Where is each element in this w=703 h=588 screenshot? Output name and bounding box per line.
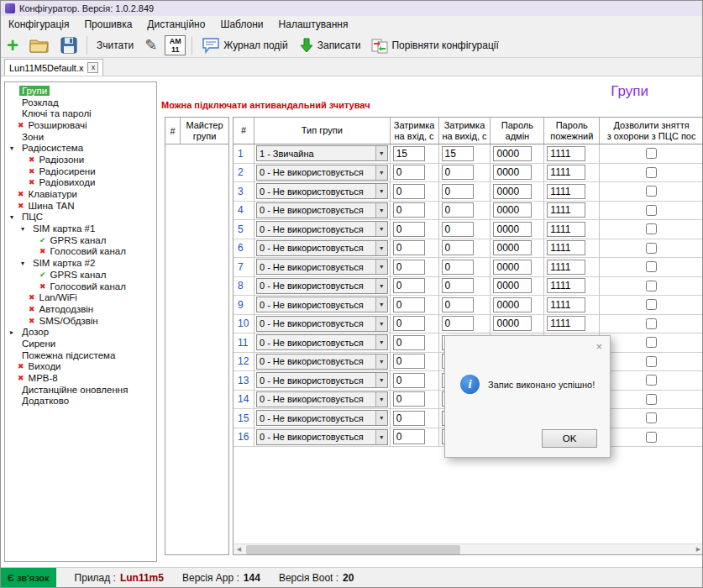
tree-item[interactable]: ▸ Дозор xyxy=(5,326,156,338)
tree-item[interactable]: ✔ GPRS канал xyxy=(5,269,156,281)
fire-password-input[interactable] xyxy=(547,165,585,180)
tree-item[interactable]: ✖ Lan/WiFi xyxy=(5,291,156,303)
fire-password-input[interactable] xyxy=(547,202,585,218)
menu-item[interactable]: Налаштування xyxy=(271,17,356,32)
menu-item[interactable]: Конфігурація xyxy=(1,17,76,32)
entry-delay-input[interactable] xyxy=(393,316,425,331)
admin-password-input[interactable] xyxy=(493,260,532,275)
exit-delay-input[interactable] xyxy=(442,165,474,180)
scroll-right-icon[interactable]: ▶ xyxy=(693,544,703,555)
disarm-pcs-checkbox[interactable] xyxy=(646,167,657,178)
group-type-select[interactable]: 0 - Не використовується ▾ xyxy=(256,354,388,370)
tab-close-icon[interactable]: x xyxy=(87,62,98,73)
entry-delay-input[interactable] xyxy=(393,146,425,161)
save-config-button[interactable] xyxy=(57,34,81,56)
entry-delay-input[interactable] xyxy=(393,297,425,312)
expander-icon[interactable]: ▾ xyxy=(21,225,29,233)
disarm-pcs-checkbox[interactable] xyxy=(646,186,657,197)
entry-delay-input[interactable] xyxy=(393,335,425,350)
exit-delay-input[interactable] xyxy=(442,240,474,255)
edit-button[interactable]: ✎ xyxy=(141,34,160,56)
menu-item[interactable]: Шаблони xyxy=(212,17,270,32)
disarm-pcs-checkbox[interactable] xyxy=(646,243,657,254)
exit-delay-input[interactable] xyxy=(442,278,474,293)
tree-item[interactable]: ✖ Голосовий канал xyxy=(5,246,156,258)
admin-password-input[interactable] xyxy=(493,316,532,331)
tree-item[interactable]: ▾ ПЦС xyxy=(5,212,156,223)
tree-item[interactable]: ✖ Виходи xyxy=(5,361,156,373)
exit-delay-input[interactable] xyxy=(442,260,474,275)
expander-icon[interactable]: ▸ xyxy=(10,328,18,336)
entry-delay-input[interactable] xyxy=(393,391,425,407)
fire-password-input[interactable] xyxy=(547,222,585,237)
event-log-button[interactable]: Журнал подій xyxy=(198,34,291,56)
group-type-select[interactable]: 0 - Не використовується ▾ xyxy=(256,259,388,275)
tree-item[interactable]: Ключі та паролі xyxy=(5,108,156,119)
tree-item[interactable]: ✖ Шина TAN xyxy=(5,200,156,212)
group-type-select[interactable]: 0 - Не використовується ▾ xyxy=(256,410,388,426)
entry-delay-input[interactable] xyxy=(393,278,425,293)
tree-item[interactable]: ✖ Радіосирени xyxy=(5,165,156,177)
tree-item[interactable]: ✖ Розширювачі xyxy=(5,119,156,131)
disarm-pcs-checkbox[interactable] xyxy=(646,148,657,159)
tree-item[interactable]: Групи xyxy=(5,85,156,97)
entry-delay-input[interactable] xyxy=(393,184,425,199)
admin-password-input[interactable] xyxy=(493,165,532,180)
disarm-pcs-checkbox[interactable] xyxy=(646,223,657,234)
tree-item[interactable]: ✔ GPRS канал xyxy=(5,234,156,246)
admin-password-input[interactable] xyxy=(493,202,532,218)
tree-item[interactable]: ✖ Автододзвін xyxy=(5,303,156,315)
tab-lun11m5default[interactable]: Lun11M5Default.x x xyxy=(4,59,103,76)
admin-password-input[interactable] xyxy=(493,146,532,161)
group-type-select[interactable]: 0 - Не використовується ▾ xyxy=(256,221,388,237)
tree-item[interactable]: ✖ Радіовиходи xyxy=(5,177,156,189)
tree-item[interactable]: Додатково xyxy=(5,396,156,407)
group-type-select[interactable]: 0 - Не використовується ▾ xyxy=(256,183,388,199)
tree-item[interactable]: ✖ МРВ-8 xyxy=(5,372,156,384)
entry-delay-input[interactable] xyxy=(393,202,425,218)
tree-item[interactable]: ▾ Радіосистема xyxy=(5,142,156,154)
fire-password-input[interactable] xyxy=(547,146,585,161)
admin-password-input[interactable] xyxy=(493,240,532,255)
scroll-left-icon[interactable]: ◀ xyxy=(233,544,244,555)
tree-item[interactable]: Розклад xyxy=(5,97,156,108)
admin-password-input[interactable] xyxy=(493,184,532,199)
expander-icon[interactable]: ▾ xyxy=(21,260,29,267)
group-type-select[interactable]: 0 - Не використовується ▾ xyxy=(256,202,388,218)
group-type-select[interactable]: 0 - Не використовується ▾ xyxy=(256,316,388,332)
entry-delay-input[interactable] xyxy=(393,429,425,444)
disarm-pcs-checkbox[interactable] xyxy=(646,337,657,348)
scrollbar-track[interactable] xyxy=(244,544,693,554)
tree-item[interactable]: ▾ SIM картка #2 xyxy=(5,257,156,269)
device-address-badge[interactable]: AM 11 xyxy=(165,35,186,55)
admin-password-input[interactable] xyxy=(493,297,532,312)
expander-icon[interactable]: ▾ xyxy=(10,213,18,221)
read-button[interactable]: Зчитати xyxy=(93,34,137,56)
write-button[interactable]: Записати xyxy=(296,34,365,56)
disarm-pcs-checkbox[interactable] xyxy=(646,375,657,386)
group-type-select[interactable]: 1 - Звичайна ▾ xyxy=(256,145,388,161)
scrollbar-thumb[interactable] xyxy=(246,545,460,554)
group-type-select[interactable]: 0 - Не використовується ▾ xyxy=(256,429,388,445)
exit-delay-input[interactable] xyxy=(442,316,474,331)
group-type-select[interactable]: 0 - Не використовується ▾ xyxy=(256,278,388,294)
group-type-select[interactable]: 0 - Не використовується ▾ xyxy=(256,372,388,388)
fire-password-input[interactable] xyxy=(547,184,585,199)
fire-password-input[interactable] xyxy=(547,240,585,255)
entry-delay-input[interactable] xyxy=(393,411,425,426)
exit-delay-input[interactable] xyxy=(442,202,474,218)
disarm-pcs-checkbox[interactable] xyxy=(646,432,657,443)
group-type-select[interactable]: 0 - Не використовується ▾ xyxy=(256,165,388,181)
disarm-pcs-checkbox[interactable] xyxy=(646,394,657,405)
group-type-select[interactable]: 0 - Не використовується ▾ xyxy=(256,391,388,407)
exit-delay-input[interactable] xyxy=(442,184,474,199)
expander-icon[interactable]: ▾ xyxy=(10,144,18,152)
disarm-pcs-checkbox[interactable] xyxy=(646,261,657,272)
tree-item[interactable]: Пожежна підсистема xyxy=(5,349,156,361)
tree-item[interactable]: Дистанційне оновлення xyxy=(5,384,156,396)
fire-password-input[interactable] xyxy=(547,278,585,293)
disarm-pcs-checkbox[interactable] xyxy=(646,205,657,216)
disarm-pcs-checkbox[interactable] xyxy=(646,412,657,423)
disarm-pcs-checkbox[interactable] xyxy=(646,299,657,310)
entry-delay-input[interactable] xyxy=(393,222,425,237)
